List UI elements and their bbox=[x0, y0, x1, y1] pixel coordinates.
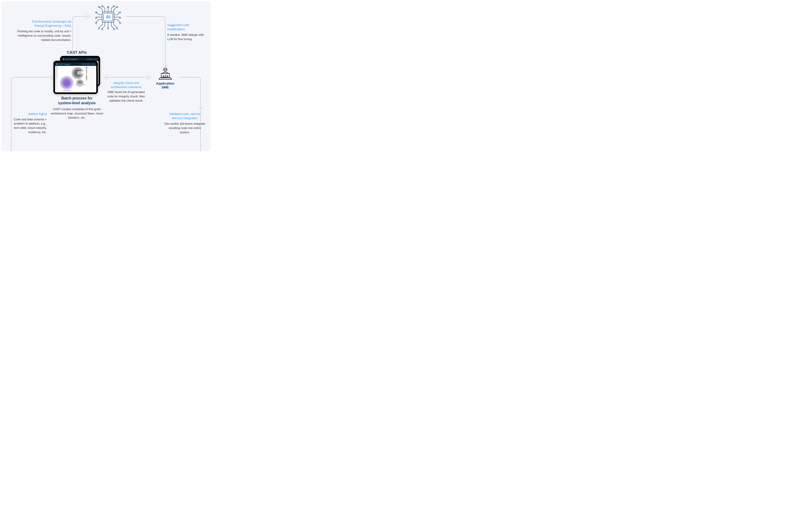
validated-title-line2: test and integration bbox=[172, 116, 198, 120]
cluster-label-logic: Logic/Middleware bbox=[74, 84, 86, 86]
sme-heading-line2: SME bbox=[162, 85, 169, 89]
integrity-title: Integrity check and bbox=[113, 81, 139, 85]
tablet-front-title: CAST Imaging bbox=[59, 63, 70, 65]
sme-node: Application SME bbox=[153, 67, 178, 89]
transformation-title-line2: Prompt Engineering + RAG bbox=[34, 24, 71, 27]
integrity-body: SME feeds the AI-generated code for inte… bbox=[107, 90, 145, 103]
ai-chip-node: AI AI bbox=[90, 2, 126, 32]
integrity-title-line2: architecture coherence bbox=[111, 85, 141, 89]
batch-body: CAST creates metadata of fine-grain arch… bbox=[51, 107, 103, 120]
cluster-label-ui: User Interface bbox=[62, 90, 71, 92]
caption-suggested: Suggested code modifications If needed, … bbox=[167, 23, 207, 41]
suggested-title: Suggested code bbox=[167, 23, 189, 27]
arrow-cast-to-sme-icon bbox=[146, 75, 151, 80]
batch-process-block: Batch process for system-level analysis … bbox=[51, 96, 103, 120]
transformation-title: Transformation landscape via bbox=[31, 20, 71, 23]
arrow-cast-to-ai-icon bbox=[84, 14, 89, 19]
cast-apis-heading: CAST APIs bbox=[52, 50, 102, 55]
caption-transformation: Transformation landscape via Prompt Engi… bbox=[12, 20, 71, 42]
artifact-body: Code and data schema + problem to addres… bbox=[9, 117, 47, 135]
suggested-body: If needed, SME dialogs with LLM for fine… bbox=[167, 33, 207, 41]
cast-imaging-tablet: CAST Imaging bbox=[53, 61, 98, 94]
validated-body: Dev and/or QA teams integrate resulting … bbox=[164, 122, 206, 135]
batch-heading: Batch process for bbox=[61, 96, 93, 100]
validated-title: Validated code, sent for bbox=[169, 112, 201, 116]
cluster-label-data: Data Structure bbox=[77, 71, 85, 74]
transformation-body: Pointing the code to modify, unit by uni… bbox=[12, 29, 71, 42]
tablet-back-title: CAST Highlight bbox=[65, 59, 77, 60]
imaging-graph-view: Data Structure Logic/Middleware User Int… bbox=[58, 66, 85, 92]
suggested-title-line2: modifications bbox=[167, 27, 185, 31]
sme-heading: Application bbox=[156, 82, 174, 85]
artifact-title: Artifact ingest bbox=[9, 112, 47, 116]
batch-heading-line2: system-level analysis bbox=[58, 101, 96, 105]
ai-chip-icon: AI bbox=[90, 2, 126, 32]
developer-icon bbox=[157, 67, 174, 80]
arrow-sme-to-cast-icon bbox=[105, 75, 109, 80]
caption-validated: Validated code, sent for test and integr… bbox=[164, 112, 206, 135]
imaging-legend bbox=[85, 66, 96, 92]
cast-apis-node: CAST APIs bbox=[52, 50, 102, 55]
caption-artifact: Artifact ingest Code and data schema + p… bbox=[9, 112, 47, 135]
caption-integrity: Integrity check and architecture coheren… bbox=[107, 81, 145, 103]
ai-chip-label: AI bbox=[106, 14, 111, 19]
arrow-sme-to-out-icon bbox=[198, 106, 203, 110]
diagram-canvas: AI AI Application SME CAST APIs bbox=[1, 1, 210, 151]
